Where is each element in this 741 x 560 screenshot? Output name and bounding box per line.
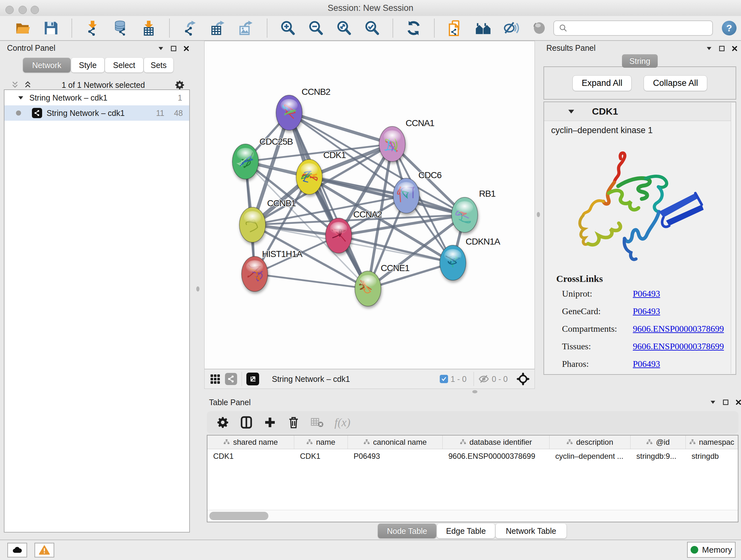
crosslink-link[interactable]: 9606.ENSP00000378699 [633, 324, 724, 334]
table-cell[interactable]: CDK1 [207, 449, 294, 463]
expand-all-button[interactable]: Expand All [572, 75, 632, 91]
node-CCNA1[interactable] [379, 126, 405, 162]
table-cell[interactable]: cyclin–dependent ... [549, 449, 630, 463]
control-panel-menu-icon[interactable] [157, 45, 165, 52]
table-cell[interactable]: stringdb:9... [630, 449, 686, 463]
edge-CCNB2-CCNA1[interactable] [289, 113, 392, 144]
cloud-button[interactable] [7, 543, 27, 557]
bottom-splitter-handle[interactable] [472, 390, 477, 393]
right-splitter-handle[interactable] [537, 212, 540, 217]
node-CCNB1[interactable] [239, 207, 266, 242]
edge-CCNB2-CCNE1[interactable] [289, 113, 368, 289]
copy-network-icon[interactable] [447, 20, 463, 37]
tab-select[interactable]: Select [105, 58, 143, 72]
warning-button[interactable] [35, 543, 54, 557]
add-column-icon[interactable] [264, 416, 276, 429]
control-panel-close-icon[interactable] [183, 45, 190, 52]
results-panel-close-icon[interactable] [731, 45, 738, 52]
table-cell[interactable]: P06493 [348, 449, 443, 463]
node-CDC25B[interactable] [232, 144, 259, 179]
results-panel-menu-icon[interactable] [705, 45, 713, 52]
node-CDK1[interactable] [296, 159, 322, 194]
tab-edge-table[interactable]: Edge Table [437, 523, 495, 538]
network-row[interactable]: String Network – cdk1 11 48 [4, 105, 189, 121]
control-panel-float-icon[interactable] [170, 45, 178, 52]
table-hscrollbar[interactable] [207, 510, 738, 522]
expand-all-icon[interactable] [23, 81, 32, 89]
zoom-in-icon[interactable] [280, 20, 296, 37]
import-database-icon[interactable] [112, 20, 129, 37]
column-header-description[interactable]: description [549, 435, 630, 449]
ndex-browse-icon[interactable] [475, 20, 491, 37]
tab-network[interactable]: Network [23, 58, 71, 72]
node-CCNB2[interactable] [276, 95, 302, 130]
table-cell[interactable]: 9606.ENSP00000378699 [443, 449, 549, 463]
column-header-canonical-name[interactable]: canonical name [348, 435, 443, 449]
string-style-icon[interactable] [503, 20, 520, 37]
zoom-out-icon[interactable] [308, 20, 324, 37]
crosslink-link[interactable]: P06493 [633, 289, 660, 299]
presentation-eye-icon[interactable] [531, 20, 548, 37]
birds-eye-view-icon[interactable] [516, 372, 530, 386]
network-style-icon[interactable] [225, 373, 237, 385]
tab-style[interactable]: Style [71, 58, 105, 72]
column-header--id[interactable]: @id [630, 435, 686, 449]
node-HIST1H1A[interactable] [242, 256, 268, 292]
open-session-icon[interactable] [15, 20, 31, 37]
delete-column-icon[interactable] [287, 416, 300, 429]
tab-sets[interactable]: Sets [144, 58, 173, 72]
export-table-icon[interactable] [210, 20, 226, 37]
help-icon[interactable]: ? [722, 21, 737, 36]
node-CDKN1A[interactable] [440, 245, 466, 280]
node-CCNA2[interactable] [326, 218, 352, 253]
table-row[interactable]: CDK1CDK1P064939606.ENSP00000378699cyclin… [207, 449, 738, 463]
crosslink-link[interactable]: P06493 [633, 359, 660, 369]
table-panel-menu-icon[interactable] [709, 398, 717, 406]
section-collapse-icon[interactable] [567, 107, 576, 116]
zoom-selected-icon[interactable] [364, 20, 381, 37]
column-header-namespac[interactable]: namespac [686, 435, 738, 449]
table-panel-close-icon[interactable] [735, 398, 741, 406]
table-panel-float-icon[interactable] [722, 398, 730, 406]
import-table-icon[interactable] [140, 20, 157, 37]
memory-button[interactable]: Memory [687, 542, 736, 558]
search-box[interactable] [553, 20, 713, 36]
results-scrollbar[interactable] [731, 103, 736, 374]
tab-string[interactable]: String [622, 54, 658, 68]
detach-view-icon[interactable] [246, 373, 259, 385]
export-network-icon[interactable] [182, 20, 199, 37]
network-options-gear-icon[interactable] [175, 80, 185, 90]
left-splitter-handle[interactable] [196, 287, 199, 292]
edge-CCNA2-CDKN1A[interactable] [339, 236, 453, 263]
node-CCNE1[interactable] [355, 271, 381, 306]
column-header-database-identifier[interactable]: database identifier [443, 435, 549, 449]
tree-expand-icon[interactable] [17, 94, 24, 101]
grid-view-icon[interactable] [210, 374, 220, 384]
table-cell[interactable]: stringdb [686, 449, 738, 463]
save-session-icon[interactable] [43, 20, 59, 37]
search-input[interactable] [571, 21, 712, 35]
import-network-icon[interactable] [84, 20, 101, 37]
results-panel-float-icon[interactable] [718, 45, 726, 52]
column-header-shared-name[interactable]: shared name [207, 435, 294, 449]
show-columns-icon[interactable] [240, 416, 253, 429]
node-CDC6[interactable] [393, 178, 419, 213]
column-header-name[interactable]: name [294, 435, 348, 449]
zoom-fit-icon[interactable] [336, 20, 352, 37]
node-RB1[interactable] [452, 197, 478, 233]
network-collection-row[interactable]: String Network – cdk1 1 [4, 90, 189, 105]
tab-node-table[interactable]: Node Table [378, 523, 436, 538]
crosslink-link[interactable]: P06493 [633, 306, 660, 316]
table-options-gear-icon[interactable] [216, 416, 229, 429]
tab-network-table[interactable]: Network Table [495, 523, 566, 538]
refresh-icon[interactable] [405, 20, 422, 37]
edge-HIST1H1A-CCNE1[interactable] [255, 274, 368, 289]
node-section-header[interactable]: CDK1 [544, 102, 736, 121]
export-image-icon[interactable] [238, 20, 255, 37]
selected-nodes-checkbox[interactable] [440, 375, 448, 383]
network-canvas[interactable]: CCNB2CCNA1CDC25BCDK1CDC6RB1CCNB1CCNA2CDK… [204, 41, 535, 369]
table-cell[interactable]: CDK1 [294, 449, 348, 463]
collapse-all-button[interactable]: Collapse All [644, 75, 707, 91]
crosslink-link[interactable]: 9606.ENSP00000378699 [633, 341, 724, 352]
table-hscrollbar-thumb[interactable] [209, 512, 268, 520]
